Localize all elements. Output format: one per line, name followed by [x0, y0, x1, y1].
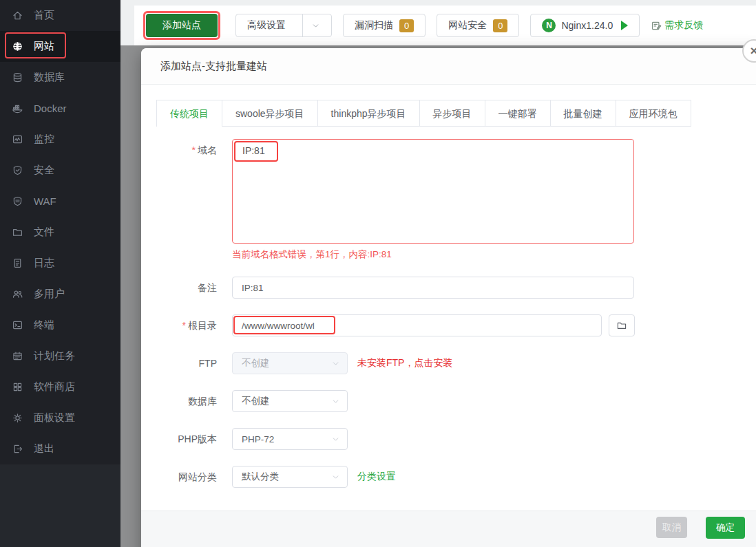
sidebar-menu: 首页 网站 数据库 Docker 监控 安全 WAF — [0, 0, 120, 464]
sidebar-item-home[interactable]: 首页 — [0, 0, 120, 31]
sidebar: 首页 网站 数据库 Docker 监控 安全 WAF — [0, 0, 120, 547]
app-grid-icon — [12, 381, 23, 393]
tab-app-env-package[interactable]: 应用环境包 — [616, 100, 691, 127]
tab-batch-create[interactable]: 批量创建 — [550, 100, 616, 127]
sidebar-item-label: 首页 — [34, 9, 54, 22]
form-row-php-version: PHP版本 PHP-72 — [156, 428, 756, 450]
domain-block: IP:81 当前域名格式错误，第1行，内容:IP:81 — [232, 139, 634, 261]
confirm-button[interactable]: 确定 — [706, 517, 745, 539]
advanced-settings-button[interactable]: 高级设置 — [235, 14, 332, 37]
site-security-button[interactable]: 网站安全 0 — [437, 14, 519, 37]
sidebar-item-label: 计划任务 — [34, 350, 75, 363]
sidebar-item-label: 网站 — [34, 40, 54, 53]
play-icon — [621, 21, 628, 30]
sidebar-item-monitor[interactable]: 监控 — [0, 124, 120, 155]
shield-check-icon — [12, 164, 23, 176]
category-select[interactable]: 默认分类 — [232, 466, 348, 488]
ftp-install-note[interactable]: 未安装FTP，点击安装 — [357, 357, 452, 369]
form-row-domain: *域名 IP:81 当前域名格式错误，第1行，内容:IP:81 — [156, 139, 756, 261]
sidebar-item-label: 终端 — [34, 319, 54, 332]
php-version-select[interactable]: PHP-72 — [232, 428, 348, 450]
remark-input[interactable]: IP:81 — [232, 277, 634, 299]
vuln-scan-count-badge: 0 — [399, 19, 414, 32]
monitor-icon — [12, 133, 23, 145]
gear-icon — [12, 412, 23, 424]
folder-icon — [616, 320, 627, 331]
sidebar-item-settings[interactable]: 面板设置 — [0, 403, 120, 433]
php-version-select-value: PHP-72 — [242, 434, 274, 444]
modal-body: 传统项目 swoole异步项目 thinkphp异步项目 异步项目 一键部署 批… — [141, 85, 756, 488]
vuln-scan-button[interactable]: 漏洞扫描 0 — [343, 14, 426, 37]
sidebar-item-appstore[interactable]: 软件商店 — [0, 372, 120, 403]
required-mark: * — [182, 320, 186, 331]
sidebar-item-label: 安全 — [34, 164, 54, 177]
sidebar-item-label: Docker — [34, 103, 67, 114]
root-dir-label: *根目录 — [156, 314, 232, 336]
sidebar-item-docker[interactable]: Docker — [0, 93, 120, 124]
root-dir-wrap: /www/wwwroot/wl — [232, 314, 602, 336]
form-row-database: 数据库 不创建 — [156, 390, 756, 412]
category-select-value: 默认分类 — [242, 471, 279, 483]
logout-icon — [12, 443, 23, 455]
sidebar-item-cron[interactable]: 计划任务 — [0, 341, 120, 372]
database-select[interactable]: 不创建 — [232, 390, 348, 412]
sidebar-item-label: 日志 — [34, 257, 54, 270]
users-icon — [12, 288, 23, 300]
ftp-select-value: 不创建 — [242, 357, 270, 369]
sidebar-item-database[interactable]: 数据库 — [0, 62, 120, 93]
domain-label: *域名 — [156, 139, 232, 161]
sidebar-item-label: 软件商店 — [34, 380, 75, 394]
browse-directory-button[interactable] — [609, 314, 635, 336]
modal-footer: 取消 确定 — [141, 511, 756, 547]
chevron-down-icon — [331, 435, 340, 444]
chevron-down-icon[interactable] — [311, 21, 320, 30]
site-security-label: 网站安全 — [448, 19, 487, 32]
log-icon — [12, 257, 23, 269]
feedback-link[interactable]: 需求反馈 — [651, 19, 703, 32]
cancel-button[interactable]: 取消 — [656, 517, 687, 538]
category-settings-link[interactable]: 分类设置 — [357, 471, 396, 483]
sidebar-item-terminal[interactable]: 终端 — [0, 310, 120, 341]
sidebar-item-label: WAF — [34, 195, 56, 207]
nginx-version-label: Nginx1.24.0 — [561, 20, 613, 31]
domain-value: IP:81 — [242, 145, 265, 156]
tab-async-project[interactable]: 异步项目 — [419, 100, 485, 127]
category-label: 网站分类 — [156, 466, 232, 488]
home-icon — [12, 10, 23, 21]
add-site-button[interactable]: 添加站点 — [146, 14, 218, 37]
site-security-count-badge: 0 — [493, 19, 507, 32]
sidebar-item-files[interactable]: 文件 — [0, 217, 120, 248]
php-version-label: PHP版本 — [156, 428, 232, 450]
terminal-icon — [12, 319, 23, 331]
add-site-modal: 添加站点-支持批量建站 × 传统项目 swoole异步项目 thinkphp异步… — [141, 48, 756, 547]
sidebar-item-waf[interactable]: WAF — [0, 186, 120, 217]
sidebar-item-security[interactable]: 安全 — [0, 155, 120, 186]
domain-textarea[interactable]: IP:81 — [232, 139, 634, 244]
form-row-remark: 备注 IP:81 — [156, 277, 756, 299]
tab-traditional-project[interactable]: 传统项目 — [157, 100, 222, 127]
split-divider — [302, 14, 303, 37]
modal-title: 添加站点-支持批量建站 — [160, 60, 267, 73]
chevron-down-icon — [331, 473, 340, 482]
ftp-label: FTP — [156, 352, 232, 374]
sidebar-item-logout[interactable]: 退出 — [0, 433, 120, 464]
nginx-status-button[interactable]: N Nginx1.24.0 — [530, 14, 640, 37]
tab-thinkphp-project[interactable]: thinkphp异步项目 — [317, 100, 419, 127]
feedback-doc-icon — [651, 20, 662, 32]
form-row-root-dir: *根目录 /www/wwwroot/wl — [156, 314, 756, 336]
root-dir-input[interactable]: /www/wwwroot/wl — [232, 314, 602, 336]
remark-label: 备注 — [156, 277, 232, 299]
sidebar-item-label: 面板设置 — [34, 411, 75, 425]
sidebar-item-label: 多用户 — [34, 288, 65, 301]
tab-swoole-project[interactable]: swoole异步项目 — [222, 100, 317, 127]
remark-value: IP:81 — [242, 283, 264, 293]
chevron-down-icon — [331, 397, 340, 406]
sidebar-item-multiuser[interactable]: 多用户 — [0, 279, 120, 310]
sidebar-item-website[interactable]: 网站 — [0, 31, 120, 62]
tab-one-click-deploy[interactable]: 一键部署 — [485, 100, 550, 127]
website-toolbar: 添加站点 高级设置 漏洞扫描 0 网站安全 0 N Nginx1.24.0 需求… — [134, 6, 756, 45]
vuln-scan-label: 漏洞扫描 — [355, 19, 393, 32]
ftp-select[interactable]: 不创建 — [232, 352, 348, 374]
sidebar-item-logs[interactable]: 日志 — [0, 248, 120, 279]
add-site-button-wrap: 添加站点 — [146, 14, 218, 37]
